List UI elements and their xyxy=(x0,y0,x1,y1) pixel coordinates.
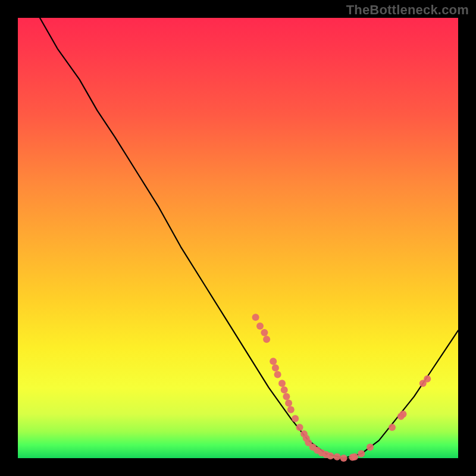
scatter-point xyxy=(270,358,277,365)
scatter-point xyxy=(261,329,268,336)
scatter-point xyxy=(367,444,374,451)
scatter-point xyxy=(296,424,303,431)
plot-area xyxy=(18,18,458,458)
scatter-point xyxy=(340,455,347,462)
scatter-point xyxy=(252,314,259,321)
scatter-point xyxy=(263,336,270,343)
scatter-point xyxy=(389,424,396,431)
scatter-point xyxy=(327,452,334,459)
watermark-text: TheBottleneck.com xyxy=(346,2,469,18)
scatter-point xyxy=(424,375,431,383)
bottleneck-curve xyxy=(40,18,458,458)
chart-container: TheBottleneck.com xyxy=(0,0,476,476)
scatter-point xyxy=(272,364,279,371)
scatter-point xyxy=(358,450,365,458)
scatter-points xyxy=(252,314,431,462)
chart-svg xyxy=(18,18,458,458)
scatter-point xyxy=(274,371,281,378)
scatter-point xyxy=(283,393,290,400)
scatter-point xyxy=(400,411,407,418)
scatter-point xyxy=(281,386,288,393)
scatter-point xyxy=(351,453,358,461)
scatter-point xyxy=(278,380,286,387)
scatter-point xyxy=(287,406,295,414)
scatter-point xyxy=(334,453,341,461)
scatter-point xyxy=(256,322,264,330)
scatter-point xyxy=(292,415,299,422)
scatter-point xyxy=(285,400,292,407)
